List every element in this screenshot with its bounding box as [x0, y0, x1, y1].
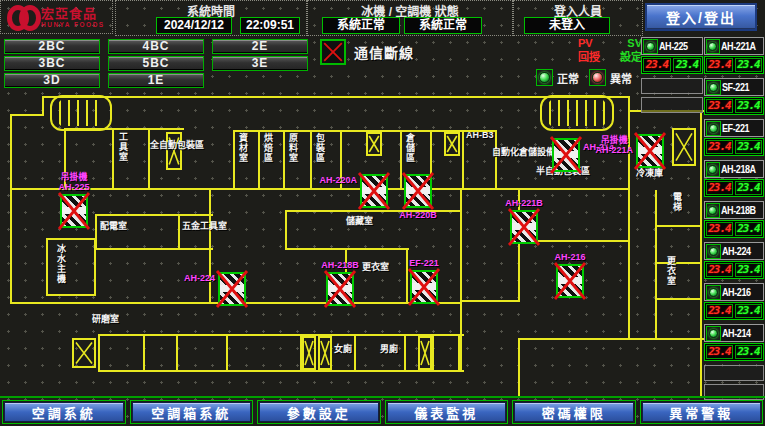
equipment-hotspot-ef-221[interactable]: EF-221	[410, 270, 438, 304]
equipment-hotspot-ah-225[interactable]: 吊掛機AH-225	[60, 194, 88, 228]
equipment-label-name: AH-220B	[399, 210, 437, 220]
room-label: 儲藏室	[346, 216, 373, 226]
sv-value: 23.4	[735, 140, 762, 154]
equipment-hotspot-ah-216[interactable]: AH-216	[556, 264, 584, 298]
room-label: 資材室	[238, 133, 248, 163]
wall-segment	[10, 188, 630, 190]
sidebar-values-row: 23.423.4	[641, 56, 703, 74]
room-label: 冰水主機	[56, 244, 66, 284]
equipment-label: 吊掛機AH-225	[58, 172, 89, 192]
status-lamp-icon	[706, 80, 721, 95]
equipment-hotspot-ah-224[interactable]: AH-224	[218, 272, 246, 306]
ahu-offline-marker	[60, 194, 88, 228]
sidebar-left-column: AH-22523.423.4	[641, 37, 703, 116]
sidebar-right-column: AH-221A23.423.4SF-22123.423.4EF-22123.42…	[704, 37, 764, 403]
wall-segment	[655, 262, 702, 264]
wall-segment	[406, 248, 408, 304]
equipment-hotspot-ah-221a[interactable]: 吊掛機AH-221A	[636, 134, 664, 168]
wall-segment	[462, 300, 520, 302]
sidebar-equipment-row-ah-224[interactable]: AH-224	[704, 242, 764, 260]
equipment-name: AH-225	[659, 40, 688, 52]
ahu-offline-marker	[552, 138, 580, 172]
status-lamp-icon	[706, 244, 721, 259]
equipment-hotspot-ah-214[interactable]: AH-214	[552, 138, 580, 172]
wall-segment	[518, 338, 704, 340]
status-lamp-icon	[706, 39, 720, 54]
equipment-name: AH-224	[722, 245, 751, 257]
equipment-label: AH-220A	[319, 175, 357, 185]
pv-value: 23.4	[706, 181, 733, 195]
door-x-symbol	[318, 336, 332, 370]
wall-segment	[46, 294, 96, 296]
sidebar-equipment-row-sf-221[interactable]: SF-221	[704, 78, 764, 96]
pv-value: 23.4	[706, 99, 733, 113]
sidebar-equipment-row-ah-214[interactable]: AH-214	[704, 324, 764, 342]
room-label: 五金工具室	[182, 221, 227, 231]
sidebar-equipment-row-ah-225[interactable]: AH-225	[641, 37, 703, 55]
wall-segment	[458, 334, 460, 372]
wall-segment	[404, 334, 406, 372]
footer-button-alarm-list[interactable]: 異常警報	[642, 402, 762, 422]
room-label: 配電室	[100, 221, 127, 231]
sidebar-values-row: 23.423.4	[704, 97, 764, 115]
equipment-hotspot-ah-218b[interactable]: AH-218B	[326, 272, 354, 306]
door-x-symbol	[72, 338, 96, 368]
sidebar-values-row: 23.423.4	[704, 220, 764, 238]
room-label: 自動化倉儲設備	[492, 147, 555, 157]
pv-value: 23.4	[706, 222, 733, 236]
equipment-label-prefix: 吊掛機	[595, 135, 633, 145]
sv-value: 23.4	[735, 263, 762, 277]
wall-segment	[46, 238, 48, 296]
footer-button-password-authority[interactable]: 密碼權限	[514, 402, 634, 422]
room-label: 包裝區	[315, 133, 325, 163]
wall-segment	[310, 130, 312, 190]
footer-button-meter-monitor[interactable]: 儀表監視	[387, 402, 507, 422]
sidebar-equipment-row-ah-218b[interactable]: AH-218B	[704, 201, 764, 219]
wall-segment	[46, 238, 96, 240]
wall-segment	[178, 214, 180, 250]
footer-slot: 異常警報	[640, 400, 764, 424]
equipment-name: AH-218A	[721, 163, 756, 175]
footer-button-ahu-system[interactable]: 空調箱系統	[132, 402, 252, 422]
stairs-symbol	[540, 95, 614, 131]
pv-value: 23.4	[706, 58, 733, 72]
wall-segment	[462, 130, 464, 190]
footer-slot: 空調系統	[2, 400, 126, 424]
sidebar-empty-row	[641, 97, 703, 113]
equipment-label-name: AH-220A	[319, 175, 357, 185]
pv-value: 23.4	[706, 345, 733, 359]
sidebar-empty-row	[641, 78, 703, 94]
equipment-hotspot-ah-221b[interactable]: AH-221B	[510, 210, 538, 244]
equipment-label-name: AH-221A	[595, 145, 633, 155]
wall-segment	[98, 370, 464, 372]
sidebar-equipment-row-ah-221a[interactable]: AH-221A	[704, 37, 764, 55]
sidebar-equipment-row-ah-218a[interactable]: AH-218A	[704, 160, 764, 178]
stairs-symbol	[50, 95, 112, 131]
sv-value: 23.4	[735, 58, 762, 72]
equipment-hotspot-ah-220a[interactable]: AH-220A	[360, 174, 388, 208]
door-x-symbol	[302, 336, 316, 370]
equipment-label: EF-221	[409, 258, 439, 268]
wall-segment	[700, 110, 702, 398]
equipment-label: AH-218B	[321, 260, 359, 270]
equipment-hotspot-ah-220b[interactable]: AH-220B	[404, 174, 432, 208]
wall-segment	[148, 128, 150, 190]
sidebar-equipment-row-ef-221[interactable]: EF-221	[704, 119, 764, 137]
ahu-offline-marker	[636, 134, 664, 168]
equipment-label: AH-221B	[505, 198, 543, 208]
room-label: 女廁	[334, 344, 352, 354]
footer-button-hvac-system[interactable]: 空調系統	[4, 402, 124, 422]
wall-segment	[94, 238, 96, 296]
status-lamp-icon	[706, 203, 720, 218]
sidebar-values-row: 23.423.4	[704, 179, 764, 197]
equipment-label-name: EF-221	[409, 258, 439, 268]
sidebar-equipment-row-ah-216[interactable]: AH-216	[704, 283, 764, 301]
pv-value: 23.4	[706, 263, 733, 277]
wall-segment	[285, 210, 287, 250]
equipment-label-name: AH-221B	[505, 198, 543, 208]
wall-segment	[95, 248, 213, 250]
footer-slot: 空調箱系統	[130, 400, 254, 424]
footer-button-parameter-settings[interactable]: 參數設定	[259, 402, 379, 422]
room-label: 電梯	[672, 192, 682, 212]
room-label: 研磨室	[92, 314, 119, 324]
